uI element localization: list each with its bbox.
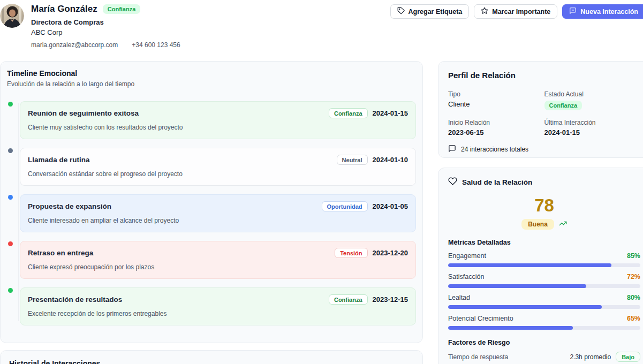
timeline-item: Propuesta de expansión Oportunidad 2024-… bbox=[7, 194, 416, 232]
status-badge: Confianza bbox=[544, 101, 583, 110]
emotion-badge: Tensión bbox=[335, 248, 367, 258]
progress-bar bbox=[448, 284, 640, 288]
profile-field-last: Última Interacción 2024-01-15 bbox=[544, 119, 641, 136]
avatar-photo bbox=[0, 4, 24, 28]
metric-potencial-crecimiento: Potencial Crecimiento 65% bbox=[448, 315, 640, 330]
event-date: 2024-01-10 bbox=[373, 156, 409, 164]
contact-email: maria.gonzalez@abccorp.com bbox=[31, 41, 118, 49]
header-actions: Agregar Etiqueta Marcar Importante Nueva… bbox=[390, 4, 643, 19]
metric-label: Satisfacción bbox=[448, 273, 484, 280]
mark-important-button[interactable]: Marcar Importante bbox=[474, 4, 557, 19]
event-date: 2024-01-15 bbox=[373, 109, 409, 117]
risk-row: Tiempo de respuesta 2.3h promedio Bajo bbox=[448, 352, 640, 362]
event-title: Retraso en entrega bbox=[28, 249, 93, 257]
event-title: Propuesta de expansión bbox=[28, 202, 111, 210]
history-title: Historial de Interacciones bbox=[9, 359, 414, 364]
total-interactions: 24 interacciones totales bbox=[448, 145, 640, 154]
timeline-event-card[interactable]: Presentación de resultados Confianza 202… bbox=[20, 287, 416, 325]
emotion-badge: Confianza bbox=[329, 108, 368, 118]
field-value: Cliente bbox=[448, 100, 544, 108]
emotion-badge: Confianza bbox=[329, 294, 368, 305]
profile-field-status: Estado Actual Confianza bbox=[544, 90, 641, 110]
timeline-dot-green bbox=[8, 288, 13, 293]
progress-bar bbox=[448, 263, 640, 267]
total-interactions-label: 24 interacciones totales bbox=[461, 146, 528, 153]
mark-important-label: Marcar Importante bbox=[492, 8, 550, 16]
timeline-dot-blue bbox=[8, 195, 13, 200]
field-value: 2023-06-15 bbox=[448, 128, 544, 136]
star-icon bbox=[481, 7, 488, 16]
progress-bar bbox=[448, 305, 640, 309]
add-tag-label: Agregar Etiqueta bbox=[409, 8, 463, 16]
timeline-subtitle: Evolución de la relación a lo largo del … bbox=[7, 80, 416, 88]
emotion-badge: Neutral bbox=[337, 155, 368, 165]
health-score: 78 bbox=[448, 196, 640, 214]
event-description: Cliente muy satisfecho con los resultado… bbox=[28, 124, 408, 131]
relationship-profile-card: Perfil de Relación Tipo Cliente Estado A… bbox=[438, 61, 643, 158]
emotional-timeline-card: Timeline Emocional Evolución de la relac… bbox=[0, 61, 423, 343]
timeline-event-card[interactable]: Propuesta de expansión Oportunidad 2024-… bbox=[20, 194, 416, 232]
field-value: 2024-01-15 bbox=[544, 128, 641, 136]
metric-lealtad: Lealtad 80% bbox=[448, 294, 640, 309]
health-score-block: 78 Buena bbox=[448, 196, 640, 230]
event-date: 2023-12-15 bbox=[373, 295, 409, 304]
event-description: Conversación estándar sobre el progreso … bbox=[28, 170, 408, 178]
event-description: Cliente expresó preocupación por los pla… bbox=[28, 263, 408, 271]
field-label: Tipo bbox=[448, 90, 544, 98]
progress-bar bbox=[448, 326, 640, 330]
profile-field-start: Inicio Relación 2023-06-15 bbox=[448, 119, 544, 136]
timeline-event-card[interactable]: Reunión de seguimiento exitosa Confianza… bbox=[20, 101, 416, 139]
new-interaction-label: Nueva Interacción bbox=[580, 8, 638, 16]
health-score-badge: Buena bbox=[521, 219, 554, 230]
event-date: 2024-01-05 bbox=[373, 202, 409, 210]
timeline-item: Reunión de seguimiento exitosa Confianza… bbox=[7, 101, 416, 139]
heart-icon bbox=[448, 177, 457, 188]
event-title: Presentación de resultados bbox=[28, 295, 122, 304]
event-title: Llamada de rutina bbox=[28, 156, 90, 164]
chat-icon bbox=[448, 145, 456, 154]
contact-name: María González bbox=[31, 4, 97, 14]
metric-label: Engagement bbox=[448, 252, 486, 260]
contact-company: ABC Corp bbox=[31, 28, 180, 36]
metrics-title: Métricas Detalladas bbox=[448, 239, 640, 246]
risk-value: 2.3h promedio bbox=[570, 353, 611, 361]
new-interaction-button[interactable]: Nueva Interacción bbox=[562, 4, 643, 19]
interaction-history-card: Historial de Interacciones bbox=[0, 350, 423, 364]
timeline-title: Timeline Emocional bbox=[7, 69, 416, 78]
health-title: Salud de la Relación bbox=[462, 178, 532, 186]
emotion-badge: Oportunidad bbox=[322, 201, 368, 211]
risk-label: Tiempo de respuesta bbox=[448, 353, 508, 361]
add-tag-button[interactable]: Agregar Etiqueta bbox=[390, 4, 470, 19]
message-icon bbox=[569, 7, 577, 16]
metric-value: 72% bbox=[627, 273, 640, 280]
field-label: Última Interacción bbox=[544, 119, 641, 126]
relationship-health-card: Salud de la Relación 78 Buena Métricas D… bbox=[438, 168, 643, 364]
contact-phone: +34 600 123 456 bbox=[132, 41, 180, 49]
metric-value: 65% bbox=[627, 315, 640, 322]
timeline-event-card[interactable]: Llamada de rutina Neutral 2024-01-10 Con… bbox=[20, 148, 416, 186]
contact-detail-page: María González Confianza Directora de Co… bbox=[0, 0, 643, 364]
metric-engagement: Engagement 85% bbox=[448, 252, 640, 267]
timeline-dot-red bbox=[8, 241, 13, 246]
metric-satisfaccion: Satisfacción 72% bbox=[448, 273, 640, 288]
contact-status-badge: Confianza bbox=[103, 4, 141, 14]
metric-label: Potencial Crecimiento bbox=[448, 315, 513, 322]
timeline-event-card[interactable]: Retraso en entrega Tensión 2023-12-20 Cl… bbox=[20, 241, 416, 279]
timeline-list: Reunión de seguimiento exitosa Confianza… bbox=[7, 101, 416, 325]
profile-title: Perfil de Relación bbox=[448, 71, 640, 80]
event-description: Cliente interesado en ampliar el alcance… bbox=[28, 217, 408, 224]
timeline-dot-green bbox=[8, 102, 13, 107]
field-label: Estado Actual bbox=[544, 90, 641, 98]
event-title: Reunión de seguimiento exitosa bbox=[28, 109, 139, 117]
tag-icon bbox=[397, 7, 405, 16]
trending-up-icon bbox=[559, 219, 567, 230]
risk-level-badge: Bajo bbox=[616, 352, 640, 362]
timeline-item: Presentación de resultados Confianza 202… bbox=[7, 287, 416, 325]
metric-value: 85% bbox=[627, 252, 640, 260]
contact-job-title: Directora de Compras bbox=[31, 18, 180, 26]
profile-field-type: Tipo Cliente bbox=[448, 90, 544, 110]
event-description: Excelente recepción de los primeros entr… bbox=[28, 310, 408, 317]
timeline-dot-gray bbox=[8, 148, 13, 153]
field-label: Inicio Relación bbox=[448, 119, 544, 126]
metric-value: 80% bbox=[627, 294, 640, 301]
